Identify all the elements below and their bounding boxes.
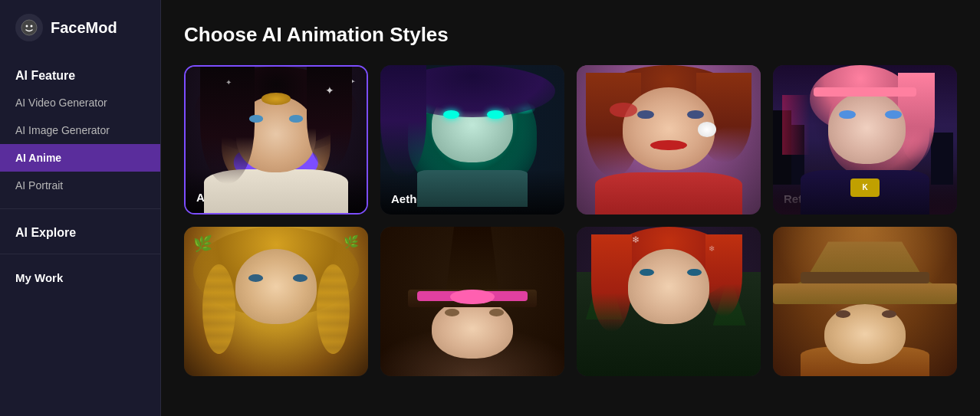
app-name: FaceMod — [51, 19, 117, 37]
card-calendar-girl[interactable]: Calendar Girl — [577, 65, 761, 215]
retrostyle-illustration: K — [773, 65, 957, 215]
sidebar-item-ai-anime[interactable]: AI Anime — [0, 144, 160, 172]
main-content: Choose AI Animation Styles ✦ ✦ — [161, 0, 980, 416]
witch-hat-illustration — [380, 227, 564, 376]
style-grid-row1: ✦ ✦ ✦ Anime 2D Try Now — [184, 65, 957, 215]
logo-area[interactable]: FaceMod — [0, 0, 160, 55]
card-redhead-snow[interactable]: ❄ ❄ — [577, 227, 761, 376]
svg-point-0 — [21, 20, 37, 35]
sidebar-item-ai-video-generator[interactable]: AI Video Generator — [0, 89, 160, 116]
sidebar-item-ai-image-generator[interactable]: AI Image Generator — [0, 116, 160, 144]
svg-point-1 — [26, 25, 28, 28]
card-retro-style[interactable]: K Retro Style — [773, 65, 957, 215]
divider-2 — [0, 254, 160, 254]
calendargirl-illustration — [577, 65, 761, 215]
ai-feature-heading: AI Feature — [0, 55, 160, 89]
card-aether-punk[interactable]: Aether Punk — [380, 65, 564, 215]
card-cowboy-hat[interactable] — [773, 227, 957, 376]
sidebar-item-ai-portrait[interactable]: AI Portrait — [0, 172, 160, 199]
card-witch-hat[interactable] — [380, 227, 564, 376]
sidebar: FaceMod AI Feature AI Video Generator AI… — [0, 0, 161, 416]
golden-braids-illustration: 🌿 🌿 — [184, 227, 368, 376]
anime2d-illustration: ✦ ✦ — [186, 67, 367, 213]
redhead-snow-illustration: ❄ ❄ — [577, 227, 761, 376]
page-title: Choose AI Animation Styles — [184, 23, 957, 47]
cowboy-hat-illustration — [773, 227, 957, 376]
style-grid-row2: 🌿 🌿 — [184, 227, 957, 376]
divider — [0, 208, 160, 209]
logo-icon — [15, 14, 43, 41]
card-anime-2d[interactable]: ✦ ✦ ✦ Anime 2D Try Now — [184, 65, 368, 215]
my-work-item[interactable]: My Work — [0, 264, 160, 292]
svg-point-2 — [31, 25, 33, 28]
card-golden-braids[interactable]: 🌿 🌿 — [184, 227, 368, 376]
ai-explore-heading: AI Explore — [0, 218, 160, 244]
